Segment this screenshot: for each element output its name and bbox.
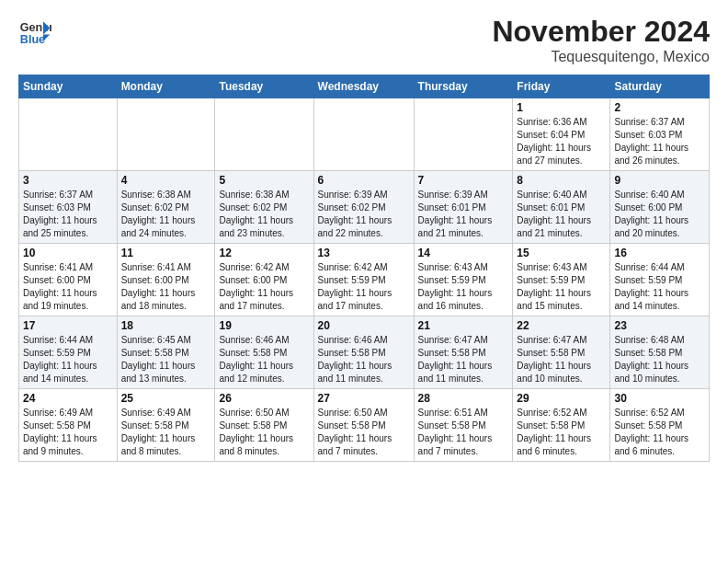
cell-info: Sunrise: 6:37 AM Sunset: 6:03 PM Dayligh…	[614, 116, 705, 167]
table-row: 28Sunrise: 6:51 AM Sunset: 5:58 PM Dayli…	[414, 389, 513, 462]
cell-day-number: 16	[614, 247, 705, 259]
cell-day-number: 25	[121, 392, 211, 405]
location: Tequesquitengo, Mexico	[492, 49, 710, 65]
col-friday: Friday	[513, 75, 610, 98]
table-row: 15Sunrise: 6:43 AM Sunset: 5:59 PM Dayli…	[513, 244, 610, 316]
cell-info: Sunrise: 6:42 AM Sunset: 6:00 PM Dayligh…	[219, 261, 309, 313]
cell-day-number: 18	[121, 319, 211, 332]
table-row: 23Sunrise: 6:48 AM Sunset: 5:58 PM Dayli…	[610, 316, 710, 389]
cell-info: Sunrise: 6:47 AM Sunset: 5:58 PM Dayligh…	[418, 334, 509, 385]
table-row: 5Sunrise: 6:38 AM Sunset: 6:02 PM Daylig…	[215, 171, 313, 244]
cell-day-number: 21	[418, 319, 509, 332]
cell-day-number: 7	[418, 174, 509, 187]
cell-info: Sunrise: 6:42 AM Sunset: 5:59 PM Dayligh…	[318, 261, 410, 313]
table-row: 7Sunrise: 6:39 AM Sunset: 6:01 PM Daylig…	[414, 171, 513, 244]
generalblue-logo-icon: General Blue	[18, 15, 51, 48]
cell-info: Sunrise: 6:38 AM Sunset: 6:02 PM Dayligh…	[121, 189, 211, 240]
calendar-week-row: 24Sunrise: 6:49 AM Sunset: 5:58 PM Dayli…	[19, 389, 710, 462]
calendar-week-row: 1Sunrise: 6:36 AM Sunset: 6:04 PM Daylig…	[19, 98, 710, 171]
cell-day-number: 5	[219, 174, 309, 187]
cell-info: Sunrise: 6:51 AM Sunset: 5:58 PM Dayligh…	[418, 407, 509, 458]
table-row: 14Sunrise: 6:43 AM Sunset: 5:59 PM Dayli…	[414, 244, 513, 316]
cell-day-number: 28	[418, 392, 509, 405]
cell-info: Sunrise: 6:43 AM Sunset: 5:59 PM Dayligh…	[517, 261, 606, 313]
col-monday: Monday	[117, 75, 215, 98]
cell-day-number: 22	[517, 319, 606, 332]
cell-day-number: 8	[517, 174, 606, 187]
cell-info: Sunrise: 6:44 AM Sunset: 5:59 PM Dayligh…	[614, 261, 705, 313]
table-row: 26Sunrise: 6:50 AM Sunset: 5:58 PM Dayli…	[215, 389, 313, 462]
table-row: 9Sunrise: 6:40 AM Sunset: 6:00 PM Daylig…	[610, 171, 710, 244]
cell-info: Sunrise: 6:49 AM Sunset: 5:58 PM Dayligh…	[23, 407, 113, 458]
cell-info: Sunrise: 6:49 AM Sunset: 5:58 PM Dayligh…	[121, 407, 211, 458]
table-row: 6Sunrise: 6:39 AM Sunset: 6:02 PM Daylig…	[313, 171, 414, 244]
cell-info: Sunrise: 6:52 AM Sunset: 5:58 PM Dayligh…	[517, 407, 606, 458]
cell-info: Sunrise: 6:37 AM Sunset: 6:03 PM Dayligh…	[23, 189, 113, 240]
table-row: 27Sunrise: 6:50 AM Sunset: 5:58 PM Dayli…	[313, 389, 414, 462]
cell-day-number: 23	[614, 319, 705, 332]
cell-day-number: 15	[517, 247, 606, 259]
table-row: 17Sunrise: 6:44 AM Sunset: 5:59 PM Dayli…	[19, 316, 118, 389]
cell-info: Sunrise: 6:44 AM Sunset: 5:59 PM Dayligh…	[23, 334, 113, 385]
cell-day-number: 30	[614, 392, 705, 405]
cell-day-number: 24	[23, 392, 113, 405]
table-row: 1Sunrise: 6:36 AM Sunset: 6:04 PM Daylig…	[513, 98, 610, 171]
cell-day-number: 4	[121, 174, 211, 187]
table-row	[313, 98, 414, 171]
cell-day-number: 12	[219, 247, 309, 259]
table-row: 24Sunrise: 6:49 AM Sunset: 5:58 PM Dayli…	[19, 389, 118, 462]
table-row: 30Sunrise: 6:52 AM Sunset: 5:58 PM Dayli…	[610, 389, 710, 462]
col-saturday: Saturday	[610, 75, 710, 98]
cell-info: Sunrise: 6:52 AM Sunset: 5:58 PM Dayligh…	[614, 407, 705, 458]
cell-day-number: 27	[318, 392, 410, 405]
table-row: 8Sunrise: 6:40 AM Sunset: 6:01 PM Daylig…	[513, 171, 610, 244]
cell-day-number: 26	[219, 392, 309, 405]
calendar-header-row: Sunday Monday Tuesday Wednesday Thursday…	[19, 75, 710, 98]
cell-info: Sunrise: 6:40 AM Sunset: 6:00 PM Dayligh…	[614, 189, 705, 240]
logo: General Blue	[18, 15, 55, 48]
cell-info: Sunrise: 6:45 AM Sunset: 5:58 PM Dayligh…	[121, 334, 211, 385]
cell-day-number: 2	[614, 101, 705, 114]
table-row: 29Sunrise: 6:52 AM Sunset: 5:58 PM Dayli…	[513, 389, 610, 462]
title-block: November 2024 Tequesquitengo, Mexico	[492, 15, 710, 65]
cell-day-number: 1	[517, 101, 606, 114]
table-row	[414, 98, 513, 171]
cell-day-number: 10	[23, 247, 113, 259]
table-row: 18Sunrise: 6:45 AM Sunset: 5:58 PM Dayli…	[117, 316, 215, 389]
table-row	[19, 98, 118, 171]
calendar-week-row: 10Sunrise: 6:41 AM Sunset: 6:00 PM Dayli…	[19, 244, 710, 316]
page: General Blue November 2024 Tequesquiteng…	[0, 0, 728, 563]
table-row: 21Sunrise: 6:47 AM Sunset: 5:58 PM Dayli…	[414, 316, 513, 389]
cell-info: Sunrise: 6:50 AM Sunset: 5:58 PM Dayligh…	[318, 407, 410, 458]
table-row: 3Sunrise: 6:37 AM Sunset: 6:03 PM Daylig…	[19, 171, 118, 244]
col-sunday: Sunday	[19, 75, 118, 98]
month-title: November 2024	[492, 15, 710, 49]
table-row: 20Sunrise: 6:46 AM Sunset: 5:58 PM Dayli…	[313, 316, 414, 389]
cell-day-number: 3	[23, 174, 113, 187]
table-row: 4Sunrise: 6:38 AM Sunset: 6:02 PM Daylig…	[117, 171, 215, 244]
table-row: 22Sunrise: 6:47 AM Sunset: 5:58 PM Dayli…	[513, 316, 610, 389]
table-row: 13Sunrise: 6:42 AM Sunset: 5:59 PM Dayli…	[313, 244, 414, 316]
cell-info: Sunrise: 6:43 AM Sunset: 5:59 PM Dayligh…	[418, 261, 509, 313]
table-row: 25Sunrise: 6:49 AM Sunset: 5:58 PM Dayli…	[117, 389, 215, 462]
cell-info: Sunrise: 6:39 AM Sunset: 6:02 PM Dayligh…	[318, 189, 410, 240]
cell-day-number: 9	[614, 174, 705, 187]
table-row: 16Sunrise: 6:44 AM Sunset: 5:59 PM Dayli…	[610, 244, 710, 316]
table-row: 10Sunrise: 6:41 AM Sunset: 6:00 PM Dayli…	[19, 244, 118, 316]
svg-text:Blue: Blue	[20, 33, 45, 46]
table-row	[117, 98, 215, 171]
cell-day-number: 20	[318, 319, 410, 332]
cell-info: Sunrise: 6:41 AM Sunset: 6:00 PM Dayligh…	[23, 261, 113, 313]
cell-day-number: 11	[121, 247, 211, 259]
cell-info: Sunrise: 6:46 AM Sunset: 5:58 PM Dayligh…	[219, 334, 309, 385]
table-row: 2Sunrise: 6:37 AM Sunset: 6:03 PM Daylig…	[610, 98, 710, 171]
calendar-week-row: 3Sunrise: 6:37 AM Sunset: 6:03 PM Daylig…	[19, 171, 710, 244]
cell-info: Sunrise: 6:47 AM Sunset: 5:58 PM Dayligh…	[517, 334, 606, 385]
cell-info: Sunrise: 6:36 AM Sunset: 6:04 PM Dayligh…	[517, 116, 606, 167]
table-row: 12Sunrise: 6:42 AM Sunset: 6:00 PM Dayli…	[215, 244, 313, 316]
cell-day-number: 13	[318, 247, 410, 259]
cell-day-number: 14	[418, 247, 509, 259]
cell-day-number: 19	[219, 319, 309, 332]
cell-info: Sunrise: 6:39 AM Sunset: 6:01 PM Dayligh…	[418, 189, 509, 240]
cell-info: Sunrise: 6:41 AM Sunset: 6:00 PM Dayligh…	[121, 261, 211, 313]
